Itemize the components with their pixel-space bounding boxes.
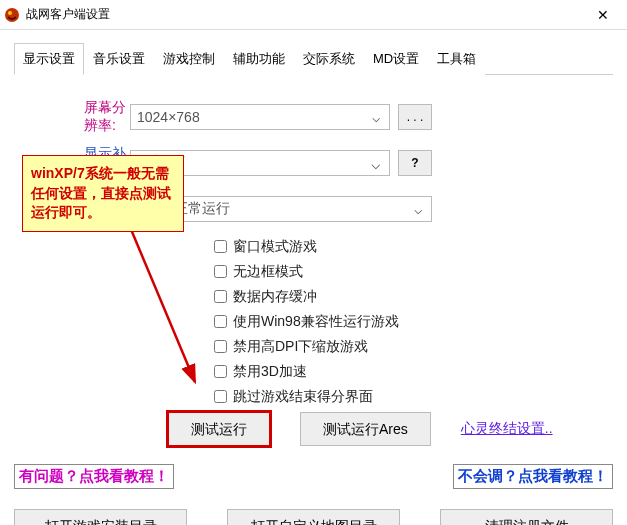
check-membuffer[interactable]: 数据内存缓冲 bbox=[210, 287, 607, 306]
help-row: 有问题？点我看教程！ 不会调？点我看教程！ bbox=[14, 464, 613, 489]
check-win98[interactable]: 使用Win98兼容性运行游戏 bbox=[210, 312, 607, 331]
tab-social[interactable]: 交际系统 bbox=[294, 43, 364, 75]
chevron-down-icon: ⌵ bbox=[409, 201, 427, 217]
run-row: 测试运行 测试运行Ares 心灵终结设置.. bbox=[168, 412, 607, 446]
svg-point-0 bbox=[5, 8, 19, 22]
close-button[interactable]: ✕ bbox=[583, 1, 623, 29]
bottom-row: 打开游戏安装目录 打开自定义地图目录 清理注册文件 bbox=[14, 509, 613, 525]
checkbox[interactable] bbox=[214, 365, 227, 378]
chevron-down-icon: ⌵ bbox=[367, 154, 385, 173]
help-right-link[interactable]: 不会调？点我看教程！ bbox=[453, 464, 613, 489]
checkbox[interactable] bbox=[214, 315, 227, 328]
svg-point-1 bbox=[8, 11, 12, 15]
window-title: 战网客户端设置 bbox=[26, 6, 583, 23]
check-skipscore[interactable]: 跳过游戏结束得分界面 bbox=[210, 387, 607, 406]
resolution-more-button[interactable]: . . . bbox=[398, 104, 432, 130]
checkbox[interactable] bbox=[214, 240, 227, 253]
check-windowed[interactable]: 窗口模式游戏 bbox=[210, 237, 607, 256]
help-left-link[interactable]: 有问题？点我看教程！ bbox=[14, 464, 174, 489]
patch-help-button[interactable]: ? bbox=[398, 150, 432, 176]
check-borderless[interactable]: 无边框模式 bbox=[210, 262, 607, 281]
test-run-button[interactable]: 测试运行 bbox=[168, 412, 270, 446]
tab-strip: 显示设置 音乐设置 游戏控制 辅助功能 交际系统 MD设置 工具箱 bbox=[14, 42, 613, 75]
checkbox-group: 窗口模式游戏 无边框模式 数据内存缓冲 使用Win98兼容性运行游戏 禁用高DP… bbox=[210, 237, 607, 406]
check-3d[interactable]: 禁用3D加速 bbox=[210, 362, 607, 381]
tab-control[interactable]: 游戏控制 bbox=[154, 43, 224, 75]
clean-registry-button[interactable]: 清理注册文件 bbox=[440, 509, 613, 525]
combo-resolution[interactable]: 1024×768 ⌵ bbox=[130, 104, 390, 130]
open-maps-dir-button[interactable]: 打开自定义地图目录 bbox=[227, 509, 400, 525]
open-install-dir-button[interactable]: 打开游戏安装目录 bbox=[14, 509, 187, 525]
checkbox[interactable] bbox=[214, 390, 227, 403]
row-resolution: 屏幕分辨率: 1024×768 ⌵ . . . bbox=[20, 99, 607, 135]
chevron-down-icon: ⌵ bbox=[367, 109, 385, 125]
callout-tip: winXP/7系统一般无需任何设置，直接点测试运行即可。 bbox=[22, 155, 184, 232]
checkbox[interactable] bbox=[214, 340, 227, 353]
combo-resolution-value: 1024×768 bbox=[137, 109, 200, 125]
tab-md[interactable]: MD设置 bbox=[364, 43, 428, 75]
checkbox[interactable] bbox=[214, 290, 227, 303]
app-icon bbox=[4, 7, 20, 23]
mental-omega-link[interactable]: 心灵终结设置.. bbox=[461, 420, 553, 438]
test-run-ares-button[interactable]: 测试运行Ares bbox=[300, 412, 431, 446]
titlebar: 战网客户端设置 ✕ bbox=[0, 0, 627, 30]
tab-display[interactable]: 显示设置 bbox=[14, 43, 84, 75]
label-resolution: 屏幕分辨率: bbox=[20, 99, 130, 135]
tab-content: 屏幕分辨率: 1024×768 ⌵ . . . 显示补丁: 无补丁 ⌵ ? 运行… bbox=[0, 75, 627, 446]
tab-tools[interactable]: 工具箱 bbox=[428, 43, 485, 75]
tab-music[interactable]: 音乐设置 bbox=[84, 43, 154, 75]
check-dpi[interactable]: 禁用高DPI下缩放游戏 bbox=[210, 337, 607, 356]
tab-assist[interactable]: 辅助功能 bbox=[224, 43, 294, 75]
checkbox[interactable] bbox=[214, 265, 227, 278]
